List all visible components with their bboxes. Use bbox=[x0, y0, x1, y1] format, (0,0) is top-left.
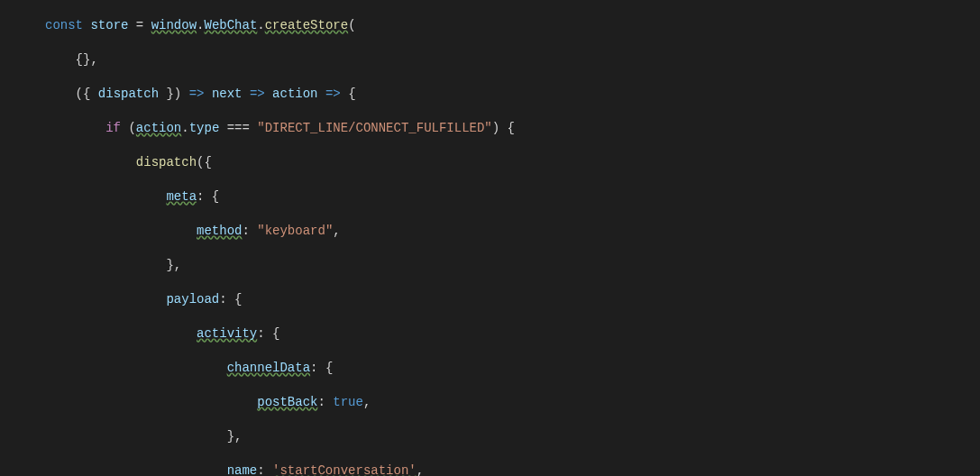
prop-activity: activity bbox=[197, 326, 257, 341]
string-connect-fulfilled: "DIRECT_LINE/CONNECT_FULFILLED" bbox=[257, 121, 491, 135]
code-line: dispatch({ bbox=[0, 154, 980, 171]
code-line: payload: { bbox=[0, 291, 980, 308]
code-line: const store = window.WebChat.createStore… bbox=[0, 17, 980, 34]
code-line: postBack: true, bbox=[0, 394, 980, 411]
fn-dispatch: dispatch bbox=[136, 155, 197, 169]
var-store: store bbox=[90, 18, 128, 32]
var-window: window bbox=[151, 18, 197, 32]
string-startconversation: 'startConversation' bbox=[272, 463, 417, 476]
code-line: activity: { bbox=[0, 325, 980, 343]
code-line: channelData: { bbox=[0, 360, 980, 377]
keyword-const: const bbox=[45, 18, 83, 32]
prop-method: method bbox=[197, 224, 242, 238]
code-line: }, bbox=[0, 428, 980, 445]
string-keyboard: "keyboard" bbox=[257, 224, 333, 238]
keyword-if: if bbox=[105, 121, 121, 135]
code-line: if (action.type === "DIRECT_LINE/CONNECT… bbox=[0, 120, 980, 137]
param-action: action bbox=[272, 87, 317, 101]
prop-type: type bbox=[189, 121, 220, 135]
prop-postback: postBack bbox=[257, 395, 317, 409]
param-dispatch: dispatch bbox=[98, 87, 159, 101]
fn-createstore: createStore bbox=[265, 18, 348, 32]
prop-webchat: WebChat bbox=[204, 18, 257, 32]
code-line: }, bbox=[0, 257, 980, 274]
code-line: name: 'startConversation', bbox=[0, 462, 980, 476]
param-next: next bbox=[212, 87, 243, 101]
code-line: meta: { bbox=[0, 188, 980, 206]
prop-name: name bbox=[227, 463, 258, 476]
prop-channeldata: channelData bbox=[227, 361, 310, 375]
var-action: action bbox=[136, 121, 181, 135]
prop-meta: meta bbox=[166, 189, 197, 204]
prop-payload: payload bbox=[166, 292, 219, 307]
bool-true: true bbox=[333, 395, 363, 409]
code-editor[interactable]: const store = window.WebChat.createStore… bbox=[0, 0, 980, 476]
code-line: ({ dispatch }) => next => action => { bbox=[0, 86, 980, 103]
code-line: {}, bbox=[0, 51, 980, 69]
code-line: method: "keyboard", bbox=[0, 223, 980, 240]
